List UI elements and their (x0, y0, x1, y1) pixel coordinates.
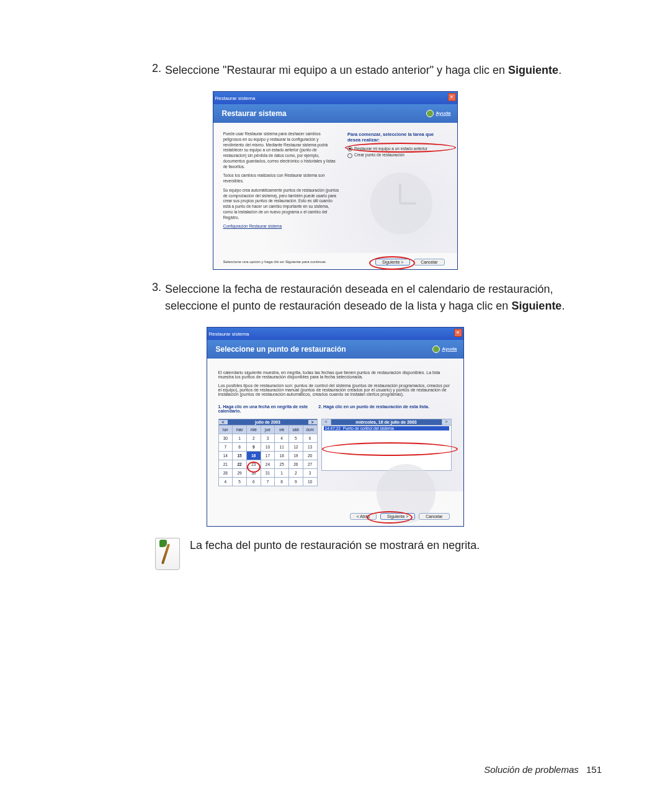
cal-day[interactable]: 11 (275, 443, 289, 452)
cal-day[interactable]: 25 (275, 460, 289, 469)
ss2-help-link[interactable]: Ayuda (432, 346, 457, 353)
cal-day[interactable]: 7 (261, 478, 275, 486)
cal-day[interactable]: 22 (233, 460, 247, 469)
cal-day[interactable]: 18 (275, 452, 289, 460)
annotation-circle (345, 143, 456, 153)
radio-create[interactable]: Crear punto de restauración (347, 153, 447, 158)
cal-day[interactable]: 4 (275, 434, 289, 443)
cal-next-icon[interactable]: > (308, 420, 317, 424)
radio-dot-icon (347, 153, 352, 158)
ss1-p1: Puede usar Restaurar sistema para deshac… (223, 132, 340, 169)
cal-prev-icon[interactable]: < (219, 420, 228, 424)
step-2-post: . (558, 64, 561, 76)
calendar-instruction: 1. Haga clic en una fecha en negrita de … (218, 404, 315, 413)
cal-day-header: dom (303, 426, 317, 434)
screenshot-2: Restaurar sistema × Seleccione un punto … (207, 327, 464, 527)
list-next-icon[interactable]: > (442, 419, 452, 426)
cal-day[interactable]: 15 (233, 452, 247, 460)
ss2-help-text: Ayuda (442, 346, 457, 352)
cal-day[interactable]: 10 (303, 478, 317, 486)
ss2-content: El calendario siguiente muestra, en negr… (207, 359, 463, 491)
step-2-text: Seleccione "Restaurar mi equipo a un est… (165, 62, 561, 79)
calendar[interactable]: < julio de 2003 > lunmarmiéjueviesábdom3… (218, 419, 318, 486)
cancel-button[interactable]: Cancelar (414, 259, 444, 265)
cal-day[interactable]: 3 (303, 469, 317, 478)
cal-day[interactable]: 21 (218, 460, 233, 469)
cal-day[interactable]: 2 (246, 434, 261, 443)
cal-day[interactable]: 29 (233, 469, 247, 478)
ss1-description: Puede usar Restaurar sistema para deshac… (223, 132, 340, 249)
cal-day[interactable]: 12 (288, 443, 303, 452)
step-3: 3. Seleccione la fecha de restauración d… (143, 281, 608, 315)
cal-day-header: sáb (288, 426, 303, 434)
footer-section: Solución de problemas (484, 764, 579, 775)
note-text: La fecha del punto de restauración se mo… (190, 538, 480, 552)
ss1-p2: Todos los cambios realizados con Restaur… (223, 173, 340, 184)
close-icon[interactable]: × (448, 93, 456, 101)
ss1-p3: Su equipo crea automáticamente puntos de… (223, 188, 340, 221)
config-link[interactable]: Configuración Restaurar sistema (223, 224, 340, 230)
cal-day[interactable]: 7 (218, 443, 233, 452)
annotation-circle (369, 256, 415, 270)
cal-day[interactable]: 2 (288, 469, 303, 478)
cal-day[interactable]: 5 (288, 434, 303, 443)
cal-day[interactable]: 6 (246, 478, 261, 486)
cal-day-header: mar (233, 426, 247, 434)
list-prev-icon[interactable]: < (321, 419, 331, 426)
close-icon[interactable]: × (454, 329, 462, 337)
list-date-header: miércoles, 16 de julio de 2003 (331, 419, 442, 426)
ss2-p2: Los posibles tipos de restauración son: … (218, 383, 452, 396)
cal-day[interactable]: 26 (288, 460, 303, 469)
ss1-content: Puede usar Restaurar sistema para deshac… (213, 123, 457, 253)
cal-day[interactable]: 9 (246, 443, 261, 452)
annotation-circle (322, 442, 458, 456)
step-3-text: Seleccione la fecha de restauración dese… (165, 281, 608, 315)
ss2-banner: Seleccione un punto de restauración Ayud… (207, 340, 463, 359)
cal-day-header: jue (261, 426, 275, 434)
screenshot-1: Restaurar sistema × Restaurar sistema Ay… (213, 91, 458, 270)
step-2-pre: Seleccione "Restaurar mi equipo a un est… (165, 64, 508, 76)
restore-point-time: 14:47:22 (325, 426, 341, 431)
cal-day[interactable]: 31 (261, 469, 275, 478)
cal-day[interactable]: 9 (288, 478, 303, 486)
page-footer: Solución de problemas 151 (484, 764, 602, 775)
restore-point-label: Punto de control del sistema (343, 426, 394, 431)
ss1-task-pane: Para comenzar, seleccione la tarea que d… (340, 132, 447, 249)
cal-day[interactable]: 16 (246, 452, 261, 460)
ss2-titlebar: Restaurar sistema × (207, 327, 464, 340)
ss1-banner-title: Restaurar sistema (222, 109, 287, 118)
step-3-bold: Siguiente (511, 300, 561, 312)
ss1-window-title: Restaurar sistema (215, 96, 256, 101)
cal-day[interactable]: 1 (275, 469, 289, 478)
cal-day[interactable]: 30 (218, 434, 233, 443)
cancel-button[interactable]: Cancelar (419, 513, 449, 520)
cal-day[interactable]: 8 (233, 443, 247, 452)
ss1-help-link[interactable]: Ayuda (426, 110, 450, 117)
cal-day[interactable]: 4 (218, 478, 233, 486)
cal-day[interactable]: 10 (261, 443, 275, 452)
cal-day[interactable]: 8 (275, 478, 289, 486)
ss1-body: Restaurar sistema Ayuda Puede usar Resta… (213, 104, 458, 270)
cal-day[interactable]: 28 (218, 469, 233, 478)
cal-day[interactable]: 13 (303, 443, 317, 452)
cal-day[interactable]: 1 (233, 434, 247, 443)
ss2-p1: El calendario siguiente muestra, en negr… (218, 370, 452, 379)
step-2: 2. Seleccione "Restaurar mi equipo a un … (143, 62, 608, 79)
list-item[interactable]: 14:47:22Punto de control del sistema (324, 426, 449, 431)
ss2-body: Seleccione un punto de restauración Ayud… (207, 340, 464, 527)
cal-day[interactable]: 17 (261, 452, 275, 460)
ss1-banner: Restaurar sistema Ayuda (213, 104, 457, 123)
cal-day[interactable]: 27 (303, 460, 317, 469)
cal-day[interactable]: 14 (218, 452, 233, 460)
help-icon (432, 346, 440, 353)
cal-day[interactable]: 3 (261, 434, 275, 443)
cal-day[interactable]: 6 (303, 434, 317, 443)
calendar-month: julio de 2003 (228, 420, 308, 424)
ss2-banner-title: Seleccione un punto de restauración (216, 345, 346, 354)
cal-day[interactable]: 24 (261, 460, 275, 469)
annotation-circle (367, 511, 413, 524)
cal-day-header: vie (275, 426, 289, 434)
cal-day[interactable]: 5 (233, 478, 247, 486)
cal-day[interactable]: 20 (303, 452, 317, 460)
cal-day[interactable]: 19 (288, 452, 303, 460)
